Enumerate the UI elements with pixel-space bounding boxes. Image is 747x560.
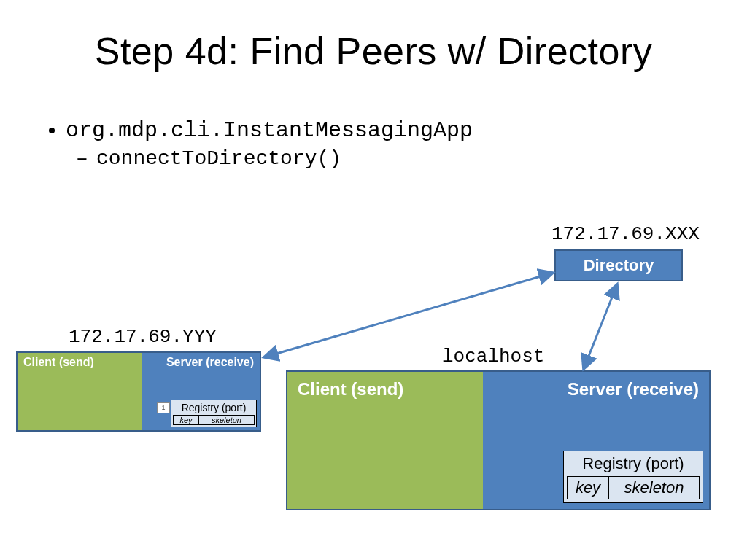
arrow-directory-peer [264,273,553,357]
directory-box: Directory [554,249,683,281]
local-registry-label: Registry (port) [564,451,703,475]
peer-node: Client (send) Server (receive) 1 Registr… [16,351,261,432]
directory-ip-label: 172.17.69.XXX [551,223,700,245]
peer-registry-key: key [174,416,198,424]
peer-server-box: Server (receive) 1 Registry (port) key s… [142,353,260,430]
peer-registry-skeleton: skeleton [198,416,254,424]
local-server-box: Server (receive) Registry (port) key ske… [483,372,709,509]
sub-bullet-list: connectToDirectory() [66,147,473,170]
local-node: Client (send) Server (receive) Registry … [286,370,711,510]
peer-registry: 1 Registry (port) key skeleton [171,400,257,427]
arrow-directory-local [584,284,617,369]
bullet-method: connectToDirectory() [96,147,473,170]
peer-client-box: Client (send) [18,353,142,430]
local-client-box: Client (send) [287,372,483,509]
local-registry-skeleton: skeleton [608,477,699,499]
local-registry: Registry (port) key skeleton [563,451,703,503]
bullet-class: org.mdp.cli.InstantMessagingApp connectT… [66,118,473,170]
local-server-label: Server (receive) [568,379,699,399]
class-name: org.mdp.cli.InstantMessagingApp [66,118,473,143]
local-registry-key: key [568,477,608,499]
slide-title: Step 4d: Find Peers w/ Directory [0,29,747,73]
peer-registry-label: Registry (port) [171,400,256,415]
peer-server-label: Server (receive) [166,356,254,368]
peer-registry-count: 1 [157,402,170,413]
peer-registry-row: key skeleton [173,415,255,425]
peer-ip-label: 172.17.69.YYY [69,326,217,348]
local-registry-row: key skeleton [567,476,700,499]
bullet-list: org.mdp.cli.InstantMessagingApp connectT… [44,118,473,170]
local-host-label: localhost [442,346,544,368]
